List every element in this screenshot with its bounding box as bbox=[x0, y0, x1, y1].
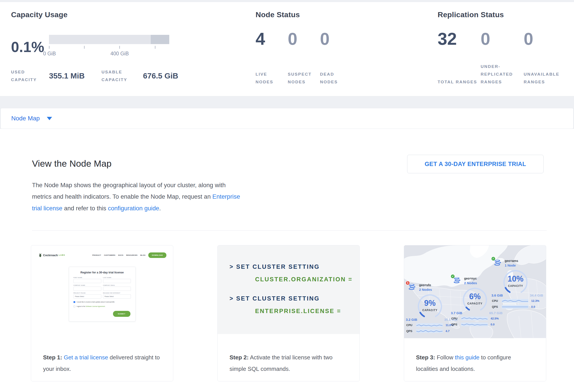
axis-tick bbox=[49, 46, 49, 49]
cpu-sparkline bbox=[461, 317, 488, 320]
text-input bbox=[103, 279, 131, 283]
logo-wordmark: Cockroach bbox=[43, 254, 58, 257]
field-label: REASON FOR INTEREST bbox=[103, 292, 131, 294]
cockroach-bug-icon bbox=[39, 253, 42, 257]
capacity-usage-title: Capacity Usage bbox=[11, 10, 245, 19]
capacity-gauge: 9% CAPACITY 3.2 GiB 35.1 GiB bbox=[409, 293, 451, 321]
qps-value: 0.0 bbox=[531, 305, 535, 308]
sql-command: > SET CLUSTER SETTING bbox=[229, 263, 360, 270]
intro-text-2: and refer to this bbox=[62, 205, 108, 212]
capacity-bar-reserved-segment bbox=[151, 35, 169, 44]
intro-text-3: . bbox=[159, 205, 161, 212]
cockroach-labs-logo: Cockroach LABS bbox=[39, 253, 65, 257]
node-status-title: Node Status bbox=[256, 10, 423, 19]
dead-nodes-stat: 0 DEAD NODES bbox=[320, 30, 352, 86]
cpu-sparkline bbox=[416, 323, 443, 327]
cpu-label: CPU bbox=[492, 299, 502, 302]
qps-label: QPS bbox=[451, 323, 461, 326]
text-input bbox=[103, 287, 131, 291]
cpu-label: CPU bbox=[406, 323, 416, 327]
checkbox-label: I would like to receive email updates ab… bbox=[77, 301, 115, 303]
live-nodes-value: 4 bbox=[256, 30, 288, 47]
unavailable-ranges-stat: 0 UNAVAILABLE RANGES bbox=[524, 30, 567, 86]
step-1-card: Cockroach LABS PRODUCT CUSTOMERS DOCS RE… bbox=[31, 245, 173, 381]
capacity-gauge: 6% CAPACITY 3.7 GiB 65.7 GiB bbox=[454, 286, 496, 314]
step-2-prefix: Step 2: bbox=[229, 354, 249, 361]
form-title: Register for a 30-day trial license bbox=[74, 271, 131, 274]
locality-name: geo=nyc bbox=[464, 277, 477, 280]
replication-status-section: Replication Status 32 TOTAL RANGES 0 UND… bbox=[438, 2, 574, 96]
live-nodes-stat: 4 LIVE NODES bbox=[256, 30, 288, 86]
qps-sparkline bbox=[416, 329, 443, 333]
used-capacity-label: USED CAPACITY bbox=[11, 68, 42, 84]
cpu-label: CPU bbox=[451, 317, 461, 320]
qps-label: QPS bbox=[492, 305, 502, 308]
map-node-ams: ✓ geo=ams 1 Node bbox=[492, 259, 545, 309]
unavailable-ranges-label: UNAVAILABLE RANGES bbox=[524, 70, 565, 86]
nav-item: DOCS bbox=[118, 254, 123, 256]
used-capacity-value: 355.1 MiB bbox=[49, 72, 97, 80]
get-trial-license-link[interactable]: Get a trial license bbox=[64, 354, 108, 361]
error-badge: 1 bbox=[405, 281, 410, 285]
axis-tick bbox=[155, 46, 155, 49]
capacity-used: 3.7 GiB bbox=[451, 311, 462, 315]
step-1-prefix: Step 1: bbox=[43, 354, 62, 361]
dead-nodes-value: 0 bbox=[320, 30, 352, 47]
this-guide-link[interactable]: this guide bbox=[455, 354, 479, 361]
view-dropdown[interactable]: Node Map bbox=[11, 115, 52, 122]
node-count: 2 Nodes bbox=[419, 288, 432, 291]
total-ranges-value: 32 bbox=[438, 30, 481, 47]
configuration-guide-link[interactable]: configuration guide bbox=[108, 205, 159, 212]
field-label: COMPANY NAME bbox=[74, 285, 101, 286]
capacity-caption: CAPACITY bbox=[494, 284, 536, 287]
capacity-caption: CAPACITY bbox=[454, 302, 496, 305]
select-input: Please Select bbox=[103, 294, 131, 299]
checkbox-checked bbox=[74, 301, 75, 303]
node-map-preview: 1 geo=sfo 2 Nodes bbox=[404, 245, 546, 338]
capacity-usage-section: Capacity Usage 0.1% 0 GiB 400 GiB bbox=[11, 2, 245, 96]
under-replicated-ranges-stat: 0 UNDER-REPLICATED RANGES bbox=[481, 30, 524, 86]
under-replicated-ranges-label: UNDER-REPLICATED RANGES bbox=[481, 63, 521, 86]
nav-item: PRODUCT bbox=[92, 254, 101, 256]
sql-argument: CLUSTER.ORGANIZATION = bbox=[255, 276, 360, 283]
usable-capacity-label: USABLE CAPACITY bbox=[102, 68, 135, 84]
submit-pill: SUBMIT bbox=[113, 311, 130, 317]
get-enterprise-trial-button[interactable]: GET A 30-DAY ENTERPRISE TRIAL bbox=[407, 155, 544, 173]
locality-name: geo=ams bbox=[505, 259, 518, 262]
license-agreement-link: Software License Agreement. bbox=[86, 306, 105, 307]
unavailable-ranges-value: 0 bbox=[524, 30, 567, 47]
chevron-down-icon bbox=[47, 117, 52, 120]
step-3-prefix: Step 3: bbox=[416, 354, 435, 361]
view-selector-bar: Node Map bbox=[0, 108, 574, 129]
step-2-card: > SET CLUSTER SETTING CLUSTER.ORGANIZATI… bbox=[217, 245, 360, 381]
node-count: 1 Node bbox=[505, 263, 518, 267]
sql-command: > SET CLUSTER SETTING bbox=[229, 295, 360, 302]
nav-item: RESOURCES bbox=[126, 254, 138, 256]
total-ranges-label: TOTAL RANGES bbox=[438, 78, 478, 86]
capacity-percent: 10% bbox=[494, 274, 536, 283]
axis-tick bbox=[119, 46, 120, 49]
healthy-badge: ✓ bbox=[491, 256, 496, 261]
suspect-nodes-stat: 0 SUSPECT NODES bbox=[288, 30, 320, 86]
checkbox-label: I agree to the Software License Agreemen… bbox=[77, 306, 105, 307]
select-input: Please Select bbox=[74, 294, 101, 299]
axis-tick-label: 400 GiB bbox=[110, 51, 129, 57]
cluster-summary-panel: Capacity Usage 0.1% 0 GiB 400 GiB bbox=[0, 2, 574, 96]
capacity-total: 65.7 GiB bbox=[489, 311, 503, 315]
node-status-section: Node Status 4 LIVE NODES 0 SUSPECT NODES… bbox=[256, 2, 423, 96]
step-3-caption: Step 3: Follow this guide to configure l… bbox=[404, 346, 546, 381]
qps-sparkline bbox=[502, 305, 529, 309]
axis-tick-label: 0 GiB bbox=[43, 51, 56, 57]
cpu-value: 42.5% bbox=[491, 317, 499, 320]
locality-name: geo=sfo bbox=[419, 283, 432, 287]
suspect-nodes-value: 0 bbox=[288, 30, 320, 47]
qps-label: QPS bbox=[406, 329, 416, 333]
checkbox-unchecked bbox=[74, 306, 75, 307]
capacity-total: 34.4 GiB bbox=[530, 294, 543, 297]
capacity-caption: CAPACITY bbox=[409, 309, 451, 312]
mini-site-nav: PRODUCT CUSTOMERS DOCS RESOURCES BLOG DO… bbox=[92, 252, 166, 258]
intro-text-1: The Node Map shows the geographical layo… bbox=[32, 182, 226, 200]
cluster-overview-page: Capacity Usage 0.1% 0 GiB 400 GiB bbox=[0, 0, 574, 392]
section-divider bbox=[32, 230, 547, 231]
replication-status-title: Replication Status bbox=[438, 10, 574, 19]
